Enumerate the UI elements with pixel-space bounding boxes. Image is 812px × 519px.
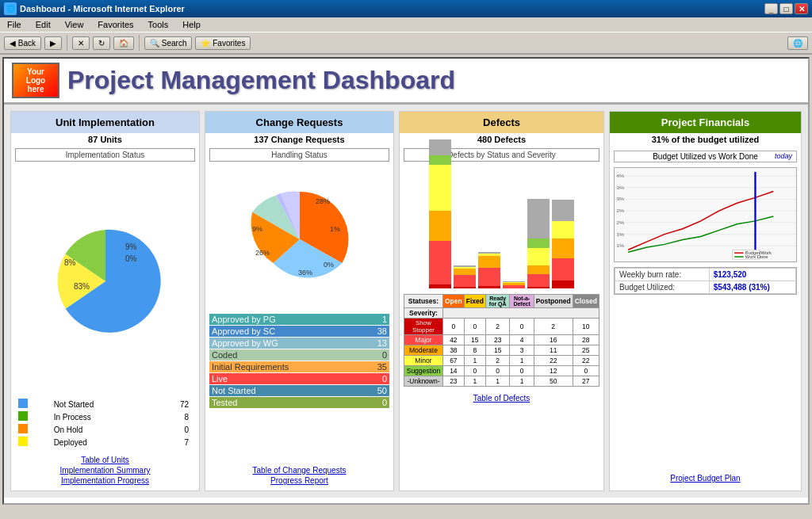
cr-item-not-started: Not Started 50 — [209, 385, 389, 396]
search-button[interactable]: 🔍 Search — [144, 36, 192, 50]
svg-text:9%: 9% — [252, 225, 262, 233]
major-postponed: 16 — [534, 335, 573, 345]
defects-panel: Defects 480 Defects Defects by Status an… — [399, 111, 604, 491]
close-button[interactable]: ✕ — [795, 3, 808, 14]
legend-deployed-value: 7 — [154, 436, 195, 448]
th-open: Open — [443, 295, 465, 308]
th-severity: Severity: — [404, 308, 443, 319]
cr-label-coded: Coded — [212, 350, 237, 360]
fixed-major — [454, 275, 476, 287]
severity-suggestion: Suggestion — [404, 366, 443, 376]
notdefect-major — [503, 285, 525, 288]
cr-value-approved-wg: 13 — [377, 338, 387, 348]
closed-show-stopper — [552, 280, 574, 288]
menu-file[interactable]: File — [4, 19, 25, 30]
cr-label-approved-pg: Approved by PG — [212, 315, 276, 324]
defect-col-not-defect — [503, 281, 525, 288]
unk-ready-qa: 1 — [485, 376, 510, 387]
logo-line1: Your — [27, 67, 44, 76]
th-closed: Closed — [573, 295, 599, 308]
window-controls[interactable]: _ □ ✕ — [764, 3, 808, 14]
unit-status-box: Implementation Status — [15, 148, 195, 162]
back-button[interactable]: ◀ Back — [4, 36, 41, 50]
link-table-cr[interactable]: Table of Change Requests — [209, 466, 389, 475]
link-progress-report[interactable]: Progress Report — [209, 476, 389, 485]
mod-postponed: 11 — [534, 345, 573, 356]
svg-text:26%: 26% — [255, 249, 270, 257]
menu-tools[interactable]: Tools — [145, 19, 172, 30]
link-budget-plan[interactable]: Project Budget Plan — [670, 474, 740, 483]
menu-view[interactable]: View — [62, 19, 87, 30]
logo-line2: Logo — [26, 76, 45, 85]
fixed-moderate — [454, 269, 476, 275]
cr-status-box: Handling Status — [209, 148, 389, 162]
cr-panel-title: Change Requests — [205, 112, 393, 133]
change-requests-panel: Change Requests 137 Change Requests Hand… — [205, 111, 394, 491]
cr-label-not-started: Not Started — [212, 386, 256, 395]
link-table-defects[interactable]: Table of Defects — [404, 394, 599, 403]
open-moderate — [429, 211, 451, 241]
menu-favorites[interactable]: Favorites — [94, 19, 136, 30]
defect-row-minor: Minor 67 1 2 1 22 22 — [404, 356, 599, 366]
readyqa-moderate — [478, 256, 500, 268]
stop-button[interactable]: ✕ — [72, 36, 90, 50]
maximize-button[interactable]: □ — [779, 3, 793, 14]
open-unknown — [429, 139, 451, 155]
mod-not-defect: 3 — [510, 345, 534, 356]
major-open: 42 — [443, 335, 465, 345]
color-in-process — [18, 411, 28, 421]
unit-links: Table of Units Implementation Summary Im… — [11, 450, 199, 490]
legend-on-hold-label: On Hold — [51, 423, 155, 436]
cr-item-tested: Tested 0 — [209, 397, 389, 408]
th-empty — [443, 308, 599, 319]
ss-fixed: 0 — [464, 319, 485, 335]
defect-stack-open — [429, 139, 451, 288]
major-closed: 28 — [573, 335, 599, 345]
sug-open: 14 — [443, 366, 465, 376]
th-postponed: Postponed — [534, 295, 573, 308]
defect-row-suggestion: Suggestion 14 0 0 0 12 0 — [404, 366, 599, 376]
menu-help[interactable]: Help — [179, 19, 204, 30]
refresh-button[interactable]: ↻ — [93, 36, 110, 50]
mod-ready-qa: 15 — [485, 345, 510, 356]
menu-edit[interactable]: Edit — [33, 19, 54, 30]
legend-in-process-label: In Process — [51, 410, 155, 423]
forward-button[interactable]: ▶ — [44, 36, 62, 50]
severity-unknown: -Unknown- — [404, 376, 443, 387]
minor-not-defect: 1 — [510, 356, 534, 366]
home-button[interactable]: 🏠 — [113, 36, 134, 50]
svg-text:36%: 36% — [298, 269, 312, 277]
fin-panel-subtitle: 31% of the budget utilized — [610, 133, 801, 146]
postponed-minor — [527, 248, 550, 265]
cr-item-approved-wg: Approved by WG 13 — [209, 338, 389, 349]
unk-fixed: 1 — [464, 376, 485, 387]
ie-icon-button[interactable]: 🌐 — [787, 36, 808, 50]
financials-panel: Project Financials 31% of the budget uti… — [609, 111, 802, 491]
fin-chart-label: Budget Utilized vs Work Done — [653, 152, 758, 161]
link-impl-progress[interactable]: Implementation Progress — [15, 476, 195, 485]
defect-row-moderate: Moderate 38 8 15 3 11 25 — [404, 345, 599, 356]
link-impl-summary[interactable]: Implementation Summary — [15, 466, 195, 475]
link-table-units[interactable]: Table of Units — [15, 456, 195, 464]
fin-panel-title: Project Financials — [610, 112, 801, 133]
svg-text:8%: 8% — [64, 258, 76, 267]
severity-show-stopper: Show Stopper — [404, 319, 443, 335]
legend-on-hold-value: 0 — [154, 423, 195, 436]
mod-fixed: 8 — [464, 345, 485, 356]
color-on-hold — [18, 424, 28, 433]
svg-text:1%: 1% — [616, 243, 624, 248]
color-deployed — [18, 437, 28, 446]
postponed-unknown — [527, 199, 550, 239]
th-statuses: Statuses: — [404, 295, 443, 308]
sug-postponed: 12 — [534, 366, 573, 376]
minimize-button[interactable]: _ — [764, 3, 778, 14]
fin-chart-label-box: Budget Utilized vs Work Done today — [614, 151, 797, 162]
favorites-button[interactable]: ⭐ Favorites — [195, 36, 251, 50]
severity-minor: Minor — [404, 356, 443, 366]
ie-icon: 🌐 — [4, 2, 17, 15]
th-fixed: Fixed — [464, 295, 485, 308]
svg-text:9%: 9% — [125, 242, 137, 251]
cr-item-coded: Coded 0 — [209, 349, 389, 361]
svg-text:0%: 0% — [324, 261, 334, 269]
defect-col-open — [429, 139, 451, 288]
